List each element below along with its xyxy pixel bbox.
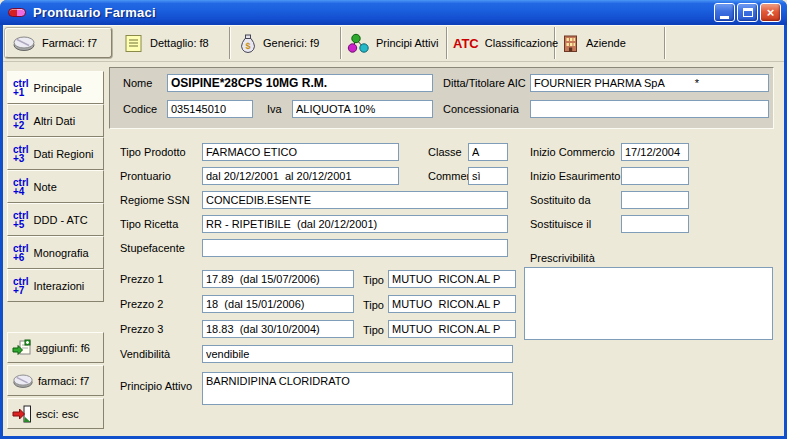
classe-input[interactable] bbox=[468, 143, 508, 161]
sostituito-da-input[interactable] bbox=[621, 191, 689, 209]
sostituisce-il-input[interactable] bbox=[621, 215, 689, 233]
toolbar-button-principi-attivi[interactable]: Principi Attivi bbox=[341, 27, 447, 59]
titlebar: Prontuario Farmaci × bbox=[0, 0, 787, 25]
toolbar-button-label: Farmaci: f7 bbox=[42, 37, 97, 49]
add-button-label: aggiunfi: f6 bbox=[36, 342, 90, 354]
inizio-esaurimento-label: Inizio Esaurimento bbox=[530, 170, 621, 182]
vendibilita-label: Vendibilità bbox=[120, 348, 170, 360]
shortcut-label: ctrl+4 bbox=[13, 178, 29, 196]
sidebar-tab-altri-dati[interactable]: ctrl+2 Altri Dati bbox=[7, 104, 104, 137]
iva-label: Iva bbox=[267, 103, 282, 115]
sidebar-tab-label: Interazioni bbox=[34, 280, 85, 292]
inizio-esaurimento-input[interactable] bbox=[621, 167, 689, 185]
classe-label: Classe bbox=[428, 146, 462, 158]
sostituito-da-label: Sostituito da bbox=[530, 194, 591, 206]
toolbar-button-label: Principi Attivi bbox=[376, 37, 438, 49]
sostituisce-il-label: Sostituisce il bbox=[530, 218, 591, 230]
concessionaria-input[interactable] bbox=[530, 100, 769, 118]
codice-input[interactable] bbox=[167, 100, 253, 118]
ditta-input[interactable] bbox=[530, 74, 769, 92]
prezzo3-label: Prezzo 3 bbox=[120, 323, 163, 335]
building-icon bbox=[561, 34, 580, 53]
exit-button[interactable]: esci: esc bbox=[7, 398, 104, 429]
add-button[interactable]: aggiunfi: f6 bbox=[7, 332, 104, 363]
shortcut-label: ctrl+2 bbox=[13, 112, 29, 130]
inizio-commercio-label: Inizio Commercio bbox=[530, 146, 615, 158]
toolbar-button-aziende[interactable]: Aziende bbox=[555, 27, 665, 59]
atc-icon: ATC bbox=[453, 36, 479, 51]
regime-ssn-input[interactable] bbox=[202, 191, 508, 209]
prezzo2-tipo-label: Tipo bbox=[363, 299, 384, 311]
sidebar-tab-label: Dati Regioni bbox=[34, 148, 94, 160]
pill-icon bbox=[12, 35, 36, 52]
close-button[interactable]: × bbox=[760, 3, 781, 22]
nome-input[interactable] bbox=[167, 74, 433, 92]
maximize-icon bbox=[743, 8, 753, 17]
document-icon bbox=[123, 34, 144, 53]
exit-button-label: esci: esc bbox=[36, 408, 79, 420]
prezzo1-label: Prezzo 1 bbox=[120, 273, 163, 285]
toolbar-button-dettaglio[interactable]: Dettaglio: f8 bbox=[117, 27, 230, 59]
commercio-input[interactable] bbox=[468, 167, 508, 185]
iva-input[interactable] bbox=[292, 100, 433, 118]
sidebar-tab-dati-regioni[interactable]: ctrl+3 Dati Regioni bbox=[7, 137, 104, 170]
sidebar-tab-monografia[interactable]: ctrl+6 Monografia bbox=[7, 236, 104, 269]
tipo-prodotto-label: Tipo Prodotto bbox=[120, 146, 186, 158]
prescrivibilita-textarea[interactable] bbox=[524, 267, 773, 340]
sidebar-tab-principale[interactable]: ctrl+1 Principale bbox=[7, 71, 104, 104]
prezzo3-input[interactable] bbox=[202, 320, 354, 338]
sidebar-tab-label: DDD - ATC bbox=[34, 214, 88, 226]
prezzo2-input[interactable] bbox=[202, 295, 354, 313]
stupefacente-label: Stupefacente bbox=[120, 242, 185, 254]
shortcut-label: ctrl+1 bbox=[13, 79, 29, 97]
vendibilita-input[interactable] bbox=[202, 345, 513, 363]
molecule-icon bbox=[347, 33, 370, 54]
app-window: Prontuario Farmaci × Farmaci: f7 Dettagl… bbox=[0, 0, 787, 439]
sidebar-tab-label: Monografia bbox=[34, 247, 89, 259]
toolbar-button-classificazione[interactable]: ATC Classificazione bbox=[447, 27, 555, 59]
prescrivibilita-label: Prescrivibilità bbox=[530, 252, 595, 264]
prezzo1-input[interactable] bbox=[202, 270, 354, 288]
prezzo2-label: Prezzo 2 bbox=[120, 298, 163, 310]
toolbar-button-farmaci[interactable]: Farmaci: f7 bbox=[5, 28, 112, 58]
add-document-icon bbox=[12, 339, 32, 357]
shortcut-label: ctrl+5 bbox=[13, 211, 29, 229]
pill-app-icon bbox=[8, 8, 26, 17]
shortcut-label: ctrl+3 bbox=[13, 145, 29, 163]
sidebar-tab-note[interactable]: ctrl+4 Note bbox=[7, 170, 104, 203]
exit-door-icon bbox=[12, 405, 32, 423]
prontuario-input[interactable] bbox=[202, 167, 399, 185]
shortcut-label: ctrl+7 bbox=[13, 277, 29, 295]
ditta-label: Ditta/Titolare AIC bbox=[443, 77, 526, 89]
toolbar-button-label: Dettaglio: f8 bbox=[150, 37, 209, 49]
regime-ssn-label: Regiome SSN bbox=[120, 194, 190, 206]
tipo-ricetta-label: Tipo Ricetta bbox=[120, 218, 178, 230]
window-controls: × bbox=[714, 3, 781, 22]
toolbar-button-label: Aziende bbox=[586, 37, 626, 49]
concessionaria-label: Concessionaria bbox=[443, 103, 519, 115]
minimize-button[interactable] bbox=[714, 3, 735, 22]
farmaci-button[interactable]: farmaci: f7 bbox=[7, 365, 104, 396]
sidebar-tab-label: Note bbox=[34, 181, 57, 193]
toolbar: Farmaci: f7 Dettaglio: f8 $ Generici: f9… bbox=[3, 25, 784, 62]
svg-text:$: $ bbox=[245, 40, 250, 50]
codice-label: Codice bbox=[123, 103, 157, 115]
prezzo1-tipo-input[interactable] bbox=[388, 270, 516, 288]
money-bag-icon: $ bbox=[239, 33, 257, 54]
principio-attivo-textarea[interactable]: BARNIDIPINA CLORIDRATO bbox=[202, 372, 513, 405]
tipo-ricetta-input[interactable] bbox=[202, 215, 508, 233]
tipo-prodotto-input[interactable] bbox=[202, 143, 399, 161]
prezzo2-tipo-input[interactable] bbox=[388, 295, 516, 313]
prezzo3-tipo-input[interactable] bbox=[388, 320, 516, 338]
sidebar-tab-interazioni[interactable]: ctrl+7 Interazioni bbox=[7, 269, 104, 302]
principio-attivo-label: Principio Attivo bbox=[120, 380, 192, 392]
nome-label: Nome bbox=[123, 77, 152, 89]
sidebar-tab-ddd-atc[interactable]: ctrl+5 DDD - ATC bbox=[7, 203, 104, 236]
window-title: Prontuario Farmaci bbox=[33, 5, 156, 20]
toolbar-button-label: Generici: f9 bbox=[263, 37, 319, 49]
stupefacente-input[interactable] bbox=[202, 239, 508, 257]
pill-icon bbox=[12, 373, 34, 389]
toolbar-button-generici[interactable]: $ Generici: f9 bbox=[233, 27, 341, 59]
maximize-button[interactable] bbox=[737, 3, 758, 22]
inizio-commercio-input[interactable] bbox=[621, 143, 689, 161]
